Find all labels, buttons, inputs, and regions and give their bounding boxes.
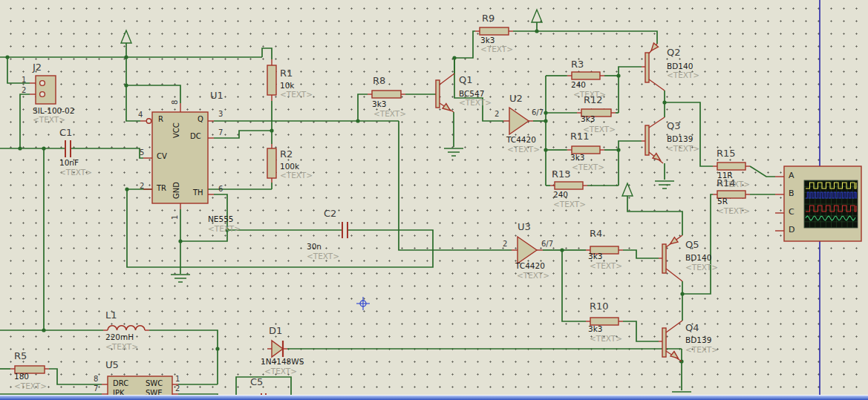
label-GND: GND <box>173 182 181 199</box>
label-2: 2 <box>22 87 26 95</box>
label-TEXT: <TEXT> <box>507 145 540 154</box>
label-TEXT: <TEXT> <box>459 99 492 107</box>
label-TR: TR <box>157 185 166 193</box>
label-TEXT: <TEXT> <box>480 45 513 53</box>
label-R15: R15 <box>717 148 736 159</box>
label-TEXT: <TEXT> <box>14 382 47 390</box>
label-DC: DC <box>190 133 201 141</box>
label-5R: 5R <box>717 197 728 206</box>
label-R11: R11 <box>570 131 590 142</box>
label-TEXT: <TEXT> <box>667 71 699 79</box>
label-TC4420: TC4420 <box>506 136 536 144</box>
label-TEXT: <TEXT> <box>264 367 297 376</box>
label-B: B <box>789 189 794 198</box>
label-3k3: 3k3 <box>588 325 602 333</box>
label-6/7: 6/7 <box>541 240 553 249</box>
label-3k3: 3k3 <box>372 100 386 108</box>
label-TEXT: <TEXT> <box>685 263 718 272</box>
label-240: 240 <box>553 191 568 199</box>
label-1N4148WS: 1N4148WS <box>261 358 304 366</box>
label-A: A <box>789 171 794 180</box>
label-C: C <box>789 208 794 217</box>
label-TEXT: <TEXT> <box>717 207 750 215</box>
label-TEXT: <TEXT> <box>33 116 65 124</box>
label-R12: R12 <box>584 95 603 105</box>
label-L1: L1 <box>105 310 117 321</box>
label-U5: U5 <box>105 360 119 370</box>
label-Q2: Q2 <box>667 47 681 58</box>
label-240: 240 <box>571 81 586 89</box>
label-TC4420: TC4420 <box>515 262 545 270</box>
label-TEXT: <TEXT> <box>59 168 92 177</box>
label-R2: R2 <box>280 149 293 160</box>
label-DRC: DRC <box>113 380 128 388</box>
label-180: 180 <box>14 373 29 381</box>
label-BD140: BD140 <box>685 254 711 262</box>
label-BC547: BC547 <box>459 90 484 98</box>
label-R1: R1 <box>280 68 293 79</box>
label-R13: R13 <box>552 169 571 180</box>
label-TEXT: <TEXT> <box>280 91 313 99</box>
label-1: 1 <box>22 76 26 85</box>
label-U2: U2 <box>509 94 523 104</box>
label-TEXT: <TEXT> <box>685 346 718 354</box>
label-NE555: NE555 <box>208 215 234 223</box>
label-TEXT: <TEXT> <box>517 272 549 280</box>
label-TEXT: <TEXT> <box>208 225 241 233</box>
label-C5: C5 <box>250 377 263 387</box>
label-220mH: 220mH <box>105 333 134 341</box>
label-TEXT: <TEXT> <box>307 252 339 260</box>
label-8: 8 <box>94 376 98 384</box>
label-SIL10002: SIL-100-02 <box>33 107 74 115</box>
label-TEXT: <TEXT> <box>590 335 622 343</box>
label-Q1: Q1 <box>459 75 473 85</box>
label-U1: U1 <box>210 91 223 101</box>
label-U3: U3 <box>518 222 531 232</box>
label-TEXT: <TEXT> <box>572 163 604 171</box>
label-3: 3 <box>218 111 223 119</box>
label-TEXT: <TEXT> <box>373 110 406 118</box>
label-TEXT: <TEXT> <box>105 343 138 351</box>
label-R14: R14 <box>717 178 736 188</box>
label-2: 2 <box>503 240 507 249</box>
label-R5: R5 <box>14 351 27 361</box>
label-BD140: BD140 <box>667 62 693 71</box>
label-BD139: BD139 <box>667 135 693 143</box>
label-2: 2 <box>140 183 144 191</box>
label-1: 1 <box>175 376 180 384</box>
label-4: 4 <box>138 111 143 119</box>
label-Q4: Q4 <box>685 323 699 333</box>
label-10k: 10k <box>280 82 294 90</box>
label-TEXT: <TEXT> <box>553 200 586 209</box>
label-R9: R9 <box>482 13 495 24</box>
label-BD139: BD139 <box>685 336 711 344</box>
label-10nF: 10nF <box>59 159 79 167</box>
label-2: 2 <box>175 385 180 393</box>
label-R: R <box>158 116 163 124</box>
label-1: 1 <box>172 215 180 220</box>
label-D1: D1 <box>269 326 282 336</box>
label-6/7: 6/7 <box>532 109 544 117</box>
label-R4: R4 <box>590 229 602 239</box>
label-2: 2 <box>495 111 499 119</box>
label-7: 7 <box>94 385 98 393</box>
label-TH: TH <box>193 189 203 197</box>
schematic-labels: J2SIL-100-02<TEXT>12C110nF<TEXT>U1NE555<… <box>0 0 868 400</box>
label-30n: 30n <box>307 243 322 251</box>
label-7: 7 <box>218 129 223 137</box>
label-3k3: 3k3 <box>570 154 584 162</box>
schematic-canvas[interactable]: J2SIL-100-02<TEXT>12C110nF<TEXT>U1NE555<… <box>0 0 868 400</box>
label-TEXT: <TEXT> <box>667 145 699 153</box>
label-Q5: Q5 <box>685 240 699 250</box>
label-D: D <box>789 226 794 235</box>
label-6: 6 <box>218 186 223 194</box>
label-8: 8 <box>172 100 180 105</box>
label-SWC: SWC <box>146 380 163 388</box>
label-3k3: 3k3 <box>581 115 595 123</box>
taskbar-edge[interactable] <box>0 395 868 400</box>
label-R8: R8 <box>373 76 385 86</box>
label-5: 5 <box>140 149 144 157</box>
label-R10: R10 <box>590 301 609 312</box>
label-J2: J2 <box>33 62 42 73</box>
label-C2: C2 <box>324 209 336 219</box>
